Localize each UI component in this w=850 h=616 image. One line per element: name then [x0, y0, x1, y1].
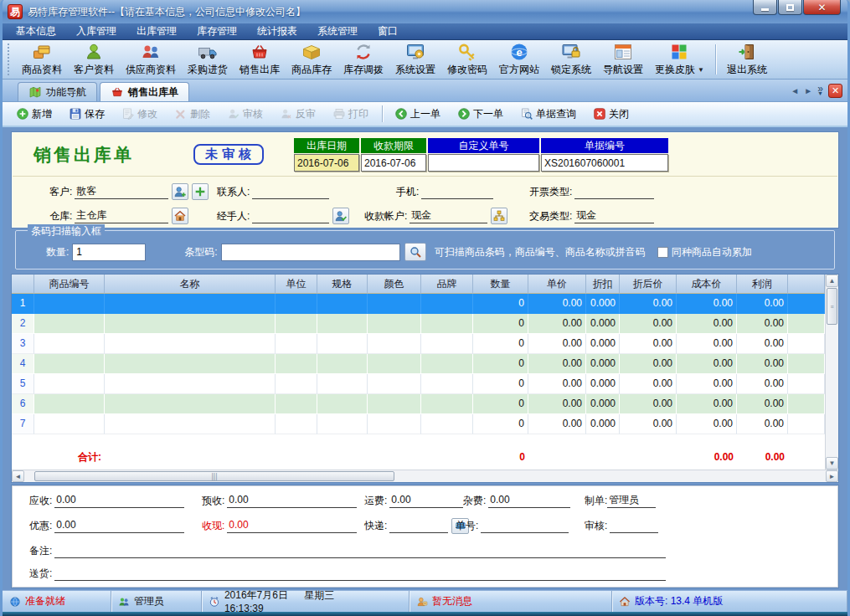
- table-cell[interactable]: 0.000: [586, 374, 620, 394]
- invoice-type-field[interactable]: [574, 184, 654, 199]
- table-cell[interactable]: 0.00: [620, 354, 677, 374]
- horizontal-scroll-thumb[interactable]: |||: [34, 471, 394, 481]
- account-field[interactable]: 现金: [410, 208, 487, 223]
- table-cell[interactable]: 0.00: [620, 314, 677, 334]
- barcode-input[interactable]: [221, 244, 400, 261]
- toolbar-grip[interactable]: [8, 44, 11, 75]
- tracking-no-field[interactable]: [481, 518, 569, 533]
- discount-field[interactable]: 0.00: [54, 518, 184, 533]
- table-row[interactable]: 400.000.0000.000.000.00: [12, 354, 825, 374]
- due-date-value[interactable]: 2016-07-06: [361, 154, 426, 172]
- toolbar-supplier-info[interactable]: 供应商资料: [120, 41, 182, 78]
- chevron-down-icon[interactable]: ▼: [698, 66, 704, 74]
- handler-field[interactable]: [252, 208, 329, 223]
- toolbar-change-password[interactable]: 修改密码: [441, 41, 493, 78]
- order-query-button[interactable]: 单据查询: [515, 105, 581, 124]
- table-cell[interactable]: [276, 374, 317, 394]
- misc-fee-field[interactable]: 0.00: [488, 493, 570, 508]
- mobile-field[interactable]: [421, 184, 493, 199]
- table-cell[interactable]: [105, 354, 276, 374]
- toolbar-purchase-in[interactable]: 采购进货: [182, 41, 234, 78]
- table-row[interactable]: 200.000.0000.000.000.00: [12, 314, 825, 334]
- table-cell[interactable]: 0.00: [677, 414, 737, 434]
- prepaid-field[interactable]: 0.00: [227, 493, 357, 508]
- table-cell[interactable]: 0.000: [586, 354, 620, 374]
- table-cell[interactable]: [105, 374, 276, 394]
- table-cell[interactable]: [421, 294, 473, 314]
- scroll-right-icon[interactable]: ►: [826, 470, 838, 482]
- table-cell[interactable]: 0.00: [620, 374, 677, 394]
- customer-field[interactable]: 散客: [75, 184, 168, 199]
- table-cell[interactable]: [34, 314, 105, 334]
- toolbar-exit-system[interactable]: 退出系统: [721, 41, 773, 78]
- table-cell[interactable]: [34, 414, 105, 434]
- table-cell[interactable]: 0.00: [528, 414, 586, 434]
- cash-received-field[interactable]: 0.00: [227, 518, 357, 533]
- vertical-scroll-track[interactable]: [826, 326, 838, 457]
- table-cell[interactable]: [317, 414, 368, 434]
- table-cell[interactable]: 0.00: [737, 414, 788, 434]
- order-no-value[interactable]: XS201607060001: [541, 154, 668, 172]
- pick-handler-button[interactable]: [332, 208, 349, 224]
- table-cell[interactable]: 0.00: [528, 294, 586, 314]
- table-cell[interactable]: [317, 314, 368, 334]
- vertical-scrollbar[interactable]: ▲ ≡ ▼: [825, 275, 838, 470]
- warehouse-field[interactable]: 主仓库: [75, 208, 168, 223]
- toolbar-system-settings[interactable]: 系统设置: [389, 41, 441, 78]
- custom-no-value[interactable]: [428, 154, 539, 172]
- toolbar-product-stock[interactable]: 商品库存: [286, 41, 337, 78]
- close-button[interactable]: 关闭: [588, 105, 634, 124]
- table-cell[interactable]: [368, 314, 421, 334]
- delivery-field[interactable]: [54, 566, 666, 581]
- pick-account-button[interactable]: [491, 208, 507, 224]
- table-cell[interactable]: [276, 354, 317, 374]
- toolbar-change-skin[interactable]: 更换皮肤▼: [649, 41, 710, 78]
- table-row[interactable]: 500.000.0000.000.000.00: [12, 374, 825, 394]
- table-cell[interactable]: 0.00: [737, 374, 788, 394]
- table-cell[interactable]: 0: [473, 294, 528, 314]
- scroll-up-icon[interactable]: ▲: [826, 275, 838, 287]
- table-cell[interactable]: 0: [473, 314, 528, 334]
- table-cell[interactable]: [105, 314, 276, 334]
- tab-function-nav[interactable]: 功能导航: [18, 82, 97, 101]
- tab-scroll-left-icon[interactable]: ◄: [791, 87, 799, 95]
- maximize-button[interactable]: [778, 0, 802, 15]
- menu-outbound[interactable]: 出库管理: [128, 23, 185, 40]
- new-button[interactable]: 新增: [11, 105, 57, 124]
- table-row[interactable]: 600.000.0000.000.000.00: [12, 394, 825, 414]
- toolbar-official-website[interactable]: e官方网站: [493, 41, 545, 78]
- table-cell[interactable]: [368, 294, 421, 314]
- table-cell[interactable]: [317, 394, 368, 414]
- close-button[interactable]: ✕: [803, 0, 841, 15]
- contact-field[interactable]: [252, 184, 329, 199]
- table-cell[interactable]: 0.000: [586, 394, 620, 414]
- menu-basic-info[interactable]: 基本信息: [8, 23, 64, 40]
- table-cell[interactable]: [105, 414, 276, 434]
- table-cell[interactable]: 0.00: [677, 354, 737, 374]
- table-cell[interactable]: 0.00: [528, 334, 586, 354]
- table-cell[interactable]: 0.00: [737, 334, 788, 354]
- table-cell[interactable]: 0.00: [620, 394, 677, 414]
- table-cell[interactable]: [276, 314, 317, 334]
- table-cell[interactable]: [276, 334, 317, 354]
- pick-customer-button[interactable]: [172, 183, 188, 200]
- table-cell[interactable]: [105, 334, 276, 354]
- table-cell[interactable]: [421, 354, 473, 374]
- table-cell[interactable]: [34, 294, 105, 314]
- table-cell[interactable]: 0.000: [586, 314, 620, 334]
- table-cell[interactable]: [421, 414, 473, 434]
- pick-warehouse-button[interactable]: [172, 208, 188, 224]
- add-customer-button[interactable]: [192, 183, 209, 200]
- menu-system[interactable]: 系统管理: [309, 23, 366, 40]
- table-cell[interactable]: [276, 294, 317, 314]
- table-cell[interactable]: [368, 414, 421, 434]
- next-order-button[interactable]: 下一单: [452, 105, 508, 124]
- minimize-button[interactable]: [753, 0, 777, 15]
- table-cell[interactable]: 0.000: [586, 294, 620, 314]
- menu-inbound[interactable]: 入库管理: [68, 23, 125, 40]
- table-cell[interactable]: [317, 354, 368, 374]
- table-cell[interactable]: 0.00: [677, 334, 737, 354]
- table-cell[interactable]: [34, 374, 105, 394]
- table-cell[interactable]: 0.00: [528, 374, 586, 394]
- table-row[interactable]: 300.000.0000.000.000.00: [12, 334, 825, 354]
